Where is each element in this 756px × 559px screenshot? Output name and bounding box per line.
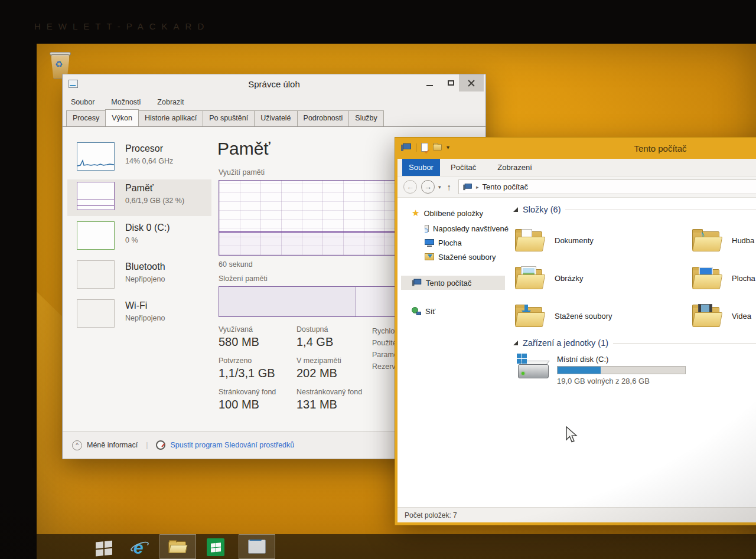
internet-explorer-icon[interactable]: e: [130, 538, 150, 557]
menu-moznosti[interactable]: Možnosti: [111, 98, 141, 106]
task-manager-titlebar[interactable]: Správce úloh: [63, 74, 485, 94]
close-button[interactable]: [459, 74, 484, 91]
up-button[interactable]: ↑: [447, 182, 452, 192]
pictures-folder-icon: [514, 266, 545, 290]
minimize-button[interactable]: [421, 74, 438, 91]
folder-dokumenty[interactable]: Dokumenty: [514, 221, 692, 259]
devices-group-header[interactable]: Zařízení a jednotky (1): [513, 338, 756, 348]
wifi-graph-thumbnail: [77, 299, 115, 328]
explorer-body: Soubor Počítač Zobrazení ← → ▾ ↑ ▸ Tento…: [397, 159, 756, 522]
stat-value: 580 MB: [219, 335, 296, 349]
photo-frame: HEWLETT-PACKARD ♻ Správce úloh Soubor Mo…: [0, 0, 756, 559]
tab-uzivatele[interactable]: Uživatelé: [254, 110, 297, 126]
perf-item-bluetooth[interactable]: Bluetooth Nepřipojeno: [67, 258, 211, 295]
less-info-chevron-icon: ^: [72, 440, 82, 450]
perf-item-cpu[interactable]: Procesor 14% 0,64 GHz: [67, 140, 211, 176]
perf-item-wifi[interactable]: Wi-Fi Nepřipojeno: [67, 297, 211, 334]
nav-network[interactable]: Síť: [412, 304, 435, 318]
folders-group-header[interactable]: Složky (6): [513, 205, 756, 214]
disk-graph-thumbnail: [77, 221, 115, 250]
star-icon: ★: [412, 208, 419, 218]
tab-procesy[interactable]: Procesy: [66, 110, 106, 126]
address-field[interactable]: ▸ Tento počítač: [458, 179, 756, 194]
folder-stazene-soubory[interactable]: Stažené soubory: [514, 297, 692, 335]
memory-graph-thumbnail: [77, 182, 115, 210]
local-disk-tile[interactable]: Místní disk (C:) 19,0 GB volných z 28,6 …: [517, 354, 686, 385]
file-explorer-icon: [168, 540, 187, 554]
cpu-graph-thumbnail: [77, 142, 115, 171]
folder-hudba[interactable]: ♪ Hudba: [692, 221, 756, 259]
collapse-triangle-icon: [513, 341, 518, 345]
perf-item-disk[interactable]: Disk 0 (C:) 0 %: [67, 219, 211, 256]
disk-capacity-bar: [557, 366, 686, 374]
documents-folder-icon: [514, 228, 545, 253]
ribbon-tab-pocitac[interactable]: Počítač: [440, 159, 487, 176]
memory-panel-title: Paměť: [217, 139, 271, 159]
folder-obrazky[interactable]: Obrázky: [514, 259, 692, 297]
disk-usage-fill: [558, 367, 601, 374]
stat-value: 100 MB: [219, 398, 296, 411]
laptop-brand-text: HEWLETT-PACKARD: [34, 21, 210, 31]
nav-recent-places[interactable]: Naposledy navštívené: [425, 221, 509, 236]
folder-tiles: Dokumenty Obrázky Stažené soubory ♪ Hudb…: [514, 221, 756, 335]
perf-item-memory[interactable]: Paměť 0,6/1,9 GB (32 %): [67, 179, 211, 216]
file-explorer-taskbar-button[interactable]: [159, 534, 196, 559]
task-manager-tabs: Procesy Výkon Historie aplikací Po spušt…: [63, 110, 485, 127]
this-pc-icon: [412, 279, 421, 287]
tab-historie-aplikaci[interactable]: Historie aplikací: [138, 110, 203, 126]
explorer-title: Tento počítač: [395, 143, 756, 153]
nav-favorites[interactable]: ★ Oblíbené položky: [412, 206, 483, 220]
address-text: Tento počítač: [483, 182, 528, 191]
tab-po-spusteni[interactable]: Po spuštění: [203, 110, 255, 126]
stat-value: 1,1/3,1 GB: [219, 367, 296, 380]
ribbon-tab-soubor[interactable]: Soubor: [402, 159, 440, 176]
ribbon-tab-zobrazeni[interactable]: Zobrazení: [487, 159, 543, 176]
videos-folder-icon: [692, 303, 722, 328]
nav-downloads[interactable]: Stažené soubory: [425, 250, 496, 264]
less-info-button[interactable]: Méně informací: [87, 441, 138, 449]
windows-flag-icon: [517, 354, 527, 364]
tab-vykon[interactable]: Výkon: [105, 109, 139, 126]
recycle-glyph: ♻: [55, 59, 63, 70]
menu-soubor[interactable]: Soubor: [71, 98, 94, 106]
back-button[interactable]: ←: [403, 180, 417, 194]
explorer-content: Složky (6) Dokumenty Obrázky Stažené sou…: [510, 198, 756, 507]
resource-monitor-icon: [156, 440, 165, 450]
folder-videa[interactable]: Videa: [692, 297, 756, 335]
bluetooth-graph-thumbnail: [77, 260, 115, 289]
explorer-statusbar: Počet položek: 7: [397, 507, 756, 522]
collapse-triangle-icon: [513, 207, 518, 212]
network-icon: [412, 307, 421, 315]
nav-this-pc[interactable]: Tento počítač: [401, 276, 505, 290]
disk-free-space: 19,0 GB volných z 28,6 GB: [557, 377, 686, 385]
mouse-cursor: [565, 426, 578, 446]
task-manager-menubar: Soubor Možnosti Zobrazit: [63, 94, 485, 110]
memory-composition-label: Složení paměti: [219, 274, 268, 283]
desktop-icon: [425, 239, 434, 247]
address-bar: ← → ▾ ↑ ▸ Tento počítač: [397, 176, 756, 198]
menu-zobrazit[interactable]: Zobrazit: [157, 98, 184, 106]
folder-plocha[interactable]: Plocha: [692, 259, 756, 297]
task-manager-icon: [248, 540, 266, 554]
resource-monitor-link[interactable]: Spustit program Sledování prostředků: [170, 441, 294, 449]
graph-timescale-label: 60 sekund: [219, 260, 253, 269]
history-dropdown-icon[interactable]: ▾: [438, 184, 441, 190]
nav-desktop[interactable]: Plocha: [425, 236, 462, 250]
explorer-titlebar[interactable]: ▾ Tento počítač: [395, 138, 756, 159]
windows-store-icon[interactable]: [207, 538, 224, 556]
item-count: Počet položek: 7: [405, 511, 457, 519]
start-button[interactable]: [96, 540, 113, 557]
ribbon-tabs: Soubor Počítač Zobrazení: [397, 159, 756, 176]
tab-podrobnosti[interactable]: Podrobnosti: [297, 110, 350, 126]
maximize-button[interactable]: [442, 74, 460, 91]
memory-usage-label: Využití paměti: [219, 168, 265, 176]
desktop-folder-icon: [692, 266, 722, 290]
forward-button[interactable]: →: [421, 180, 435, 194]
disk-name: Místní disk (C:): [557, 355, 686, 364]
downloads-folder-icon: [514, 303, 545, 328]
hard-drive-icon: [517, 354, 550, 380]
taskbar: e: [37, 534, 756, 559]
recent-places-icon: [425, 225, 429, 232]
tab-sluzby[interactable]: Služby: [348, 110, 384, 126]
task-manager-taskbar-button[interactable]: [239, 534, 275, 559]
